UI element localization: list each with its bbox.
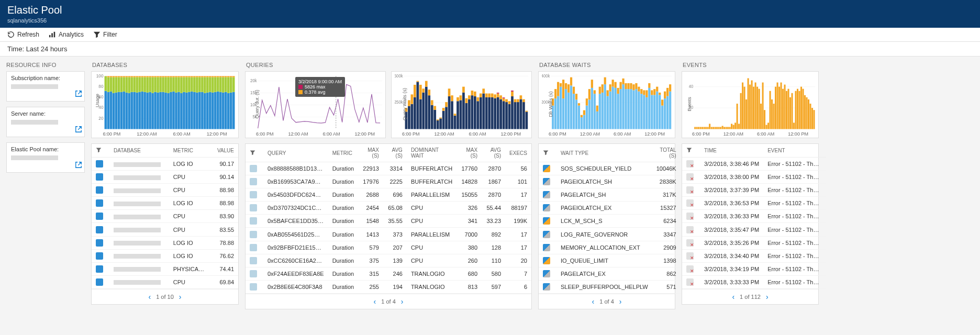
database-name — [114, 241, 161, 245]
svg-rect-142 — [217, 92, 219, 129]
table-row[interactable]: LOG IO78.88 — [92, 236, 238, 249]
svg-rect-461 — [797, 89, 798, 129]
table-row[interactable]: SLEEP_BUFFERPOOL_HELPLW571 — [539, 280, 681, 293]
table-row[interactable]: 3/2/2018, 3:37:39 PMError - 51102 - Ther… — [682, 184, 826, 197]
open-subscription-icon[interactable] — [75, 90, 82, 99]
filter-icon[interactable] — [543, 150, 549, 155]
events-chart[interactable]: 2040 6:00 PM12:00 AM6:00 AM12:00 PM Even… — [682, 71, 819, 138]
table-row[interactable]: 3/2/2018, 3:36:33 PMError - 51102 - Ther… — [682, 210, 826, 223]
prev-page-icon[interactable]: ‹ — [732, 293, 734, 301]
table-row[interactable]: 3/2/2018, 3:36:53 PMError - 51102 - Ther… — [682, 197, 826, 210]
table-row[interactable]: 3/2/2018, 3:34:40 PMError - 51102 - Ther… — [682, 249, 826, 262]
table-row[interactable]: PAGELATCH_EX862 — [539, 267, 681, 280]
open-pool-icon[interactable] — [75, 161, 82, 170]
table-row[interactable]: 3/2/2018, 3:35:47 PMError - 51102 - Ther… — [682, 223, 826, 236]
table-row[interactable]: CPU83.55 — [92, 223, 238, 236]
database-name — [114, 188, 161, 193]
prev-page-icon[interactable]: ‹ — [592, 297, 595, 306]
query-icon — [250, 217, 257, 225]
table-row[interactable]: 0xAB0554561D25…Duration1413373PARALLELIS… — [246, 228, 531, 241]
table-row[interactable]: CPU88.98 — [92, 184, 238, 197]
table-row[interactable]: PAGEIOLATCH_SH2838K — [539, 175, 681, 188]
svg-rect-59 — [143, 77, 146, 92]
svg-rect-95 — [175, 77, 177, 92]
next-page-icon[interactable]: › — [619, 297, 622, 306]
analytics-button[interactable]: Analytics — [49, 31, 84, 38]
table-row[interactable]: LOG IO76.62 — [92, 249, 238, 262]
svg-rect-320 — [565, 83, 567, 89]
next-page-icon[interactable]: › — [179, 293, 182, 301]
prev-page-icon[interactable]: ‹ — [149, 293, 151, 301]
table-row[interactable]: CPU90.14 — [92, 171, 238, 184]
svg-rect-75 — [157, 76, 159, 77]
refresh-button[interactable]: Refresh — [7, 31, 39, 38]
svg-rect-61 — [146, 93, 148, 129]
table-row[interactable]: 0x5BAFCEE1DD35…Duration154835.55CPU34133… — [246, 215, 531, 228]
table-row[interactable]: LCK_M_SCH_S6234 — [539, 215, 681, 228]
svg-rect-405 — [694, 127, 696, 129]
svg-rect-260 — [485, 97, 488, 129]
svg-rect-67 — [151, 93, 153, 129]
table-row[interactable]: 0xF24AEEDF83EA8EDuration315246TRANLOGIO6… — [246, 267, 531, 280]
filter-icon[interactable] — [686, 147, 692, 153]
table-row[interactable]: CPU69.84 — [92, 275, 238, 288]
query-duration-chart[interactable]: 5k10k15k20k 6:00 PM12:00 AM6:00 AM12:00 … — [245, 71, 386, 138]
wait-type-icon — [543, 244, 550, 251]
filter-icon[interactable] — [250, 150, 255, 155]
wait-type-icon — [543, 204, 550, 211]
svg-rect-73 — [157, 93, 159, 129]
table-row[interactable]: 3/2/2018, 3:34:19 PMError - 51102 - Ther… — [682, 262, 826, 275]
next-page-icon[interactable]: › — [401, 297, 404, 306]
svg-rect-14 — [105, 76, 107, 91]
table-row[interactable]: 3/2/2018, 3:38:00 PMError - 51102 - Ther… — [682, 171, 826, 184]
svg-rect-432 — [744, 87, 745, 129]
databases-chart[interactable]: 20406080100 6:00 PM12:00 AM6:00 AM12:00 … — [91, 71, 239, 138]
svg-rect-149 — [222, 77, 224, 92]
table-row[interactable]: 0xD3707324DC1C…Duration245465.08CPU32655… — [246, 202, 531, 215]
query-icon — [250, 283, 257, 291]
svg-text:500k: 500k — [395, 74, 403, 79]
database-icon — [96, 252, 103, 260]
table-row[interactable]: 0x54503DFDC624…Duration2688696PARALLELIS… — [246, 188, 531, 202]
prev-page-icon[interactable]: ‹ — [374, 297, 376, 306]
table-row[interactable]: LOG_RATE_GOVERNOR3347 — [539, 228, 681, 241]
next-page-icon[interactable]: › — [766, 293, 769, 301]
svg-rect-417 — [716, 127, 718, 129]
table-row[interactable]: IO_QUEUE_LIMIT1398 — [539, 254, 681, 267]
table-row[interactable]: LOG IO90.17 — [92, 158, 238, 171]
table-row[interactable]: 0x2B8E6E4C80F3A8Duration255194TRANLOGIO8… — [246, 280, 531, 293]
table-row[interactable]: MEMORY_ALLOCATION_EXT2909 — [539, 241, 681, 254]
query-waits-chart[interactable]: 250k500k 6:00 PM12:00 AM6:00 AM12:00 PM … — [391, 71, 532, 138]
table-row[interactable]: 0x92BFBFD21E15…Duration579207CPU38012817 — [246, 241, 531, 254]
open-server-icon[interactable] — [75, 126, 82, 135]
table-row[interactable]: 3/2/2018, 3:33:33 PMError - 51102 - Ther… — [682, 275, 826, 288]
db-waits-chart[interactable]: 200k400k 6:00 PM12:00 AM6:00 AM12:00 PM … — [538, 71, 675, 138]
svg-rect-373 — [635, 89, 637, 129]
table-row[interactable]: 0xB169953CA7A9…Duration179762225BUFFERLA… — [246, 175, 531, 188]
table-row[interactable]: 0x88888588B1D13…Duration229133314BUFFERL… — [246, 162, 531, 175]
table-row[interactable]: 0xCC6260CE16A2…Duration375139CPU26011020 — [246, 254, 531, 267]
svg-rect-263 — [488, 97, 491, 129]
svg-rect-397 — [666, 96, 669, 129]
svg-rect-17 — [107, 77, 109, 92]
table-row[interactable]: PHYSICA…74.41 — [92, 262, 238, 275]
table-row[interactable]: CPU83.90 — [92, 210, 238, 223]
svg-rect-384 — [648, 83, 650, 88]
filter-button[interactable]: Filter — [93, 31, 117, 38]
filter-icon[interactable] — [96, 147, 102, 153]
table-row[interactable]: LOG IO88.98 — [92, 197, 238, 210]
svg-rect-20 — [110, 77, 112, 91]
time-range[interactable]: Time: Last 24 hours — [0, 42, 980, 57]
svg-rect-141 — [214, 76, 216, 77]
table-row[interactable]: PAGEIOLATCH_EX15327 — [539, 202, 681, 215]
table-row[interactable]: 3/2/2018, 3:38:46 PMError - 51102 - Ther… — [682, 158, 826, 171]
table-row[interactable]: SOS_SCHEDULER_YIELD10046K — [539, 162, 681, 175]
table-row[interactable]: PAGELATCH_SH317K — [539, 188, 681, 202]
svg-rect-236 — [462, 93, 465, 129]
svg-rect-279 — [503, 98, 505, 102]
table-row[interactable]: 3/2/2018, 3:35:26 PMError - 51102 - Ther… — [682, 236, 826, 249]
svg-rect-159 — [230, 76, 232, 77]
svg-rect-30 — [117, 76, 119, 77]
svg-rect-270 — [494, 94, 496, 98]
event-error-icon — [686, 213, 694, 220]
